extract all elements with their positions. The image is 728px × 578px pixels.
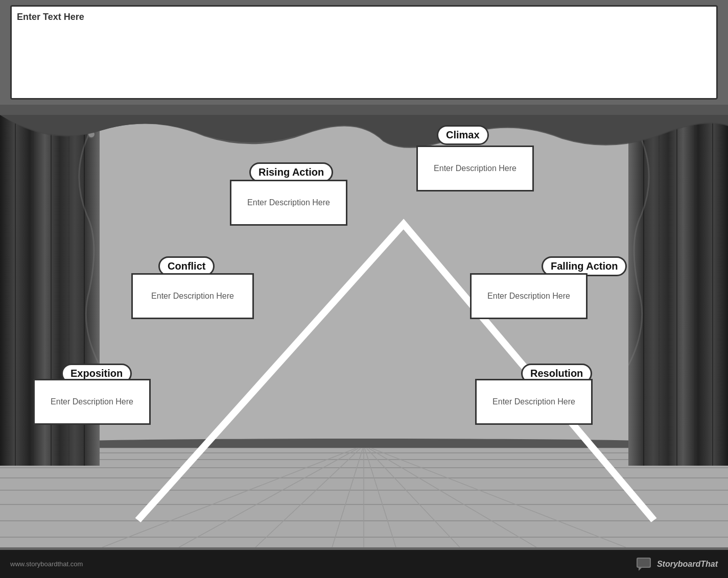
svg-marker-34 (639, 568, 642, 571)
svg-rect-33 (638, 559, 650, 567)
title-text-box[interactable]: Enter Text Here (10, 5, 718, 100)
climax-label: Climax (437, 125, 489, 145)
brand-name: StoryboardThat (657, 560, 718, 569)
climax-desc-box[interactable]: Enter Description Here (416, 146, 534, 191)
conflict-desc-box[interactable]: Enter Description Here (131, 273, 254, 319)
rising-action-desc-box[interactable]: Enter Description Here (230, 180, 347, 226)
exposition-desc-box[interactable]: Enter Description Here (33, 379, 151, 425)
footer-url: www.storyboardthat.com (10, 560, 83, 568)
brand-icon (637, 558, 653, 571)
title-placeholder: Enter Text Here (17, 12, 84, 22)
plot-triangle-svg (0, 105, 728, 547)
footer-brand: StoryboardThat (637, 558, 718, 571)
falling-action-desc-box[interactable]: Enter Description Here (470, 273, 588, 319)
footer: www.storyboardthat.com StoryboardThat (0, 550, 728, 578)
resolution-desc-box[interactable]: Enter Description Here (475, 379, 593, 425)
stage-background (0, 105, 728, 547)
main-container: Enter Text Here (0, 0, 728, 578)
